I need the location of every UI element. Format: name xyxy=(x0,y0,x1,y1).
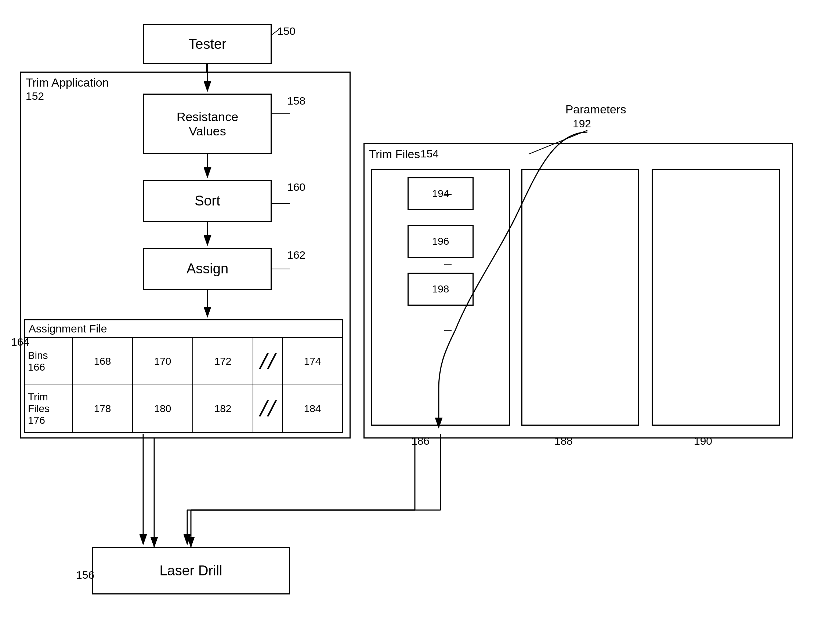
bins-cell-break: ╱╱ xyxy=(253,338,283,384)
bins-cell-170: 170 xyxy=(133,338,193,384)
resistance-values-box: ResistanceValues xyxy=(143,94,272,154)
bins-cell-174: 174 xyxy=(283,338,342,384)
sort-label: Sort xyxy=(194,193,220,209)
laser-drill-box: Laser Drill xyxy=(92,547,290,595)
assign-label: Assign xyxy=(186,261,228,277)
table-grid: Bins166 168 170 172 ╱╱ xyxy=(25,337,342,432)
trim-file-item-196: 196 xyxy=(407,225,474,258)
table-row-trimfiles: TrimFiles176 178 180 182 ╱╱ 18 xyxy=(25,385,342,432)
bins-cell-172: 172 xyxy=(193,338,253,384)
sort-box: Sort xyxy=(143,180,272,222)
trimfiles-cell-180: 180 xyxy=(133,385,193,432)
assignment-file-ref: 164 xyxy=(11,336,30,348)
trimfiles-label: TrimFiles176 xyxy=(28,391,69,426)
trim-files-label: Trim Files xyxy=(369,148,420,161)
tester-box: Tester xyxy=(143,24,272,64)
assignment-file-header: Assignment File xyxy=(25,320,342,337)
diagram: Tester 150 Trim Application 152 Resistan… xyxy=(0,0,840,644)
col3-ref: 190 xyxy=(694,435,712,447)
trimfiles-label-cell: TrimFiles176 xyxy=(25,385,73,432)
trim-application-label: Trim Application xyxy=(26,76,109,90)
trim-files-col1-box: 194 196 198 xyxy=(371,169,510,426)
bins-cell-168: 168 xyxy=(73,338,133,384)
trim-application-ref: 152 xyxy=(26,90,44,102)
trim-file-item-198: 198 xyxy=(407,273,474,306)
trim-files-ref: 154 xyxy=(420,148,439,160)
trim-files-col3-box xyxy=(652,169,780,426)
sort-ref: 160 xyxy=(287,181,305,193)
trimfiles-cell-break: ╱╱ xyxy=(253,385,283,432)
col1-ref: 186 xyxy=(411,435,430,447)
trim-files-col2-box xyxy=(521,169,639,426)
laser-drill-label: Laser Drill xyxy=(159,563,222,579)
assign-ref: 162 xyxy=(287,249,305,261)
assignment-file-label: Assignment File xyxy=(29,322,107,335)
assign-box: Assign xyxy=(143,248,272,290)
col2-ref: 188 xyxy=(554,435,573,447)
parameters-ref: 192 xyxy=(573,117,591,130)
trim-file-item-194: 194 xyxy=(407,177,474,210)
resistance-values-ref: 158 xyxy=(287,95,305,107)
bins-label-cell: Bins166 xyxy=(25,338,73,384)
table-row-bins: Bins166 168 170 172 ╱╱ xyxy=(25,338,342,385)
assignment-file-table: Assignment File Bins166 168 170 172 xyxy=(25,320,342,432)
tester-ref: 150 xyxy=(277,25,296,38)
trimfiles-cell-184: 184 xyxy=(283,385,342,432)
bins-label: Bins166 xyxy=(28,350,69,373)
trimfiles-cell-182: 182 xyxy=(193,385,253,432)
resistance-values-label: ResistanceValues xyxy=(176,110,238,138)
trimfiles-cell-178: 178 xyxy=(73,385,133,432)
parameters-label: Parameters xyxy=(565,103,626,116)
tester-label: Tester xyxy=(188,36,226,52)
assignment-file-box: Assignment File Bins166 168 170 172 xyxy=(24,319,343,433)
laser-drill-ref: 156 xyxy=(76,569,94,581)
